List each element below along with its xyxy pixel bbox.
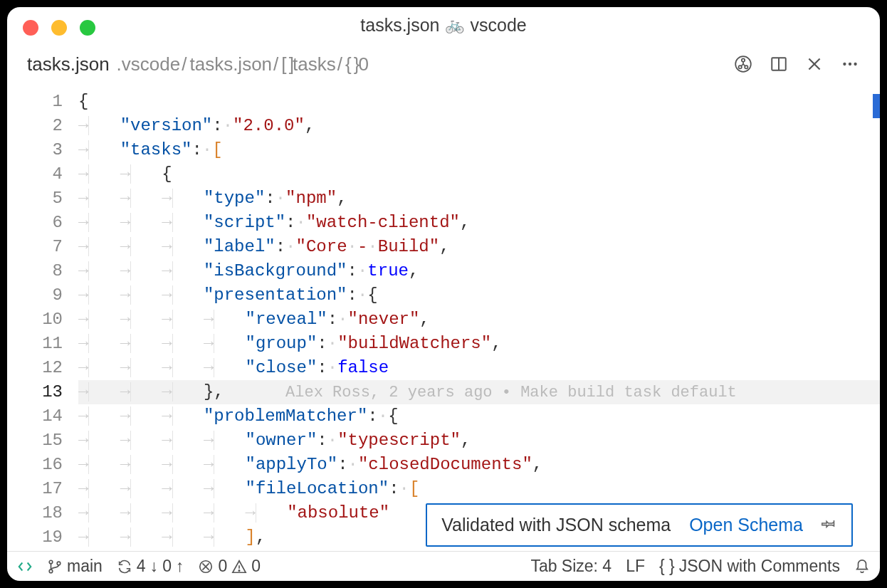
code-line[interactable]: → → → "label":·"Core·-·Build", [78, 235, 880, 259]
code-content[interactable]: {→ "version":·"2.0.0",→ "tasks":·[→ → {→… [78, 85, 880, 551]
app-window: tasks.json 🚲vscode tasks.json .vscode ta… [7, 7, 880, 581]
code-line[interactable]: → → → "isBackground":·true, [78, 259, 880, 283]
hover-text: Validated with JSON schema [441, 515, 671, 535]
code-line[interactable]: → → → "problemMatcher":·{ [78, 404, 880, 429]
code-line[interactable]: → → → → "close":·false [78, 356, 880, 380]
window-title: tasks.json 🚲vscode [360, 15, 526, 36]
pin-icon[interactable] [822, 515, 837, 535]
traffic-lights [23, 20, 95, 36]
breadcrumb-segment[interactable]: .vscode [117, 53, 189, 75]
code-line[interactable]: → → → "script":·"watch-clientd", [78, 211, 880, 235]
more-actions-icon[interactable] [840, 54, 860, 74]
eol-button[interactable]: LF [626, 557, 645, 576]
code-line[interactable]: → → → }, Alex Ross, 2 years ago • Make b… [78, 380, 880, 404]
line-number: 17 [7, 477, 63, 501]
remote-button[interactable] [17, 559, 33, 574]
title-emoji: 🚲 [445, 16, 464, 34]
close-tab-icon[interactable] [804, 54, 824, 74]
title-project: vscode [470, 15, 526, 36]
up-arrow-icon: ↑ [176, 557, 184, 576]
code-line[interactable]: → → → → "fileLocation":·[ [78, 477, 880, 501]
code-line[interactable]: → → → → "owner":·"typescript", [78, 429, 880, 453]
code-line[interactable]: → → → "type":·"npm", [78, 187, 880, 211]
line-number: 9 [7, 283, 63, 308]
line-number: 1 [7, 90, 63, 114]
line-number: 13 [7, 380, 63, 404]
language-name: JSON with Comments [679, 557, 840, 576]
tab-filename[interactable]: tasks.json [27, 53, 110, 75]
line-number: 12 [7, 356, 63, 380]
line-number: 5 [7, 187, 63, 211]
line-number: 14 [7, 404, 63, 429]
problems-button[interactable]: 0 0 [198, 557, 261, 576]
minimize-window-button[interactable] [51, 20, 67, 36]
code-line[interactable]: → → → "presentation":·{ [78, 283, 880, 308]
sync-up: 0 [162, 557, 172, 576]
line-number: 6 [7, 211, 63, 235]
fullscreen-window-button[interactable] [80, 20, 95, 36]
svg-point-11 [49, 560, 53, 564]
braces-icon: { } [659, 557, 675, 576]
branch-name: main [67, 557, 103, 576]
line-number: 3 [7, 138, 63, 162]
line-number-gutter: 12345678910111213141516171819 [7, 85, 78, 551]
svg-point-12 [49, 569, 53, 573]
split-editor-icon[interactable] [769, 54, 789, 74]
svg-point-8 [843, 63, 846, 65]
git-branch-button[interactable]: main [47, 557, 103, 576]
object-icon: { } [345, 53, 359, 75]
sync-down: 4 [137, 557, 146, 576]
svg-point-13 [57, 562, 61, 565]
title-filename: tasks.json [360, 15, 439, 36]
language-mode-button[interactable]: { } JSON with Comments [659, 557, 840, 576]
breadcrumb-segment[interactable]: [ ][ ]taskstasks [281, 53, 344, 75]
status-bar: main 4↓ 0↑ 0 0 Tab Size: 4 LF { } JSON w… [7, 551, 880, 581]
code-line[interactable]: → "version":·"2.0.0", [78, 114, 880, 138]
code-line[interactable]: → "tasks":·[ [78, 138, 880, 162]
breadcrumb-segment[interactable]: tasks.json [189, 53, 280, 75]
svg-point-9 [849, 63, 851, 65]
line-number: 10 [7, 308, 63, 332]
error-count: 0 [218, 557, 227, 576]
editor-tab-bar: tasks.json .vscode tasks.json [ ][ ]task… [7, 43, 880, 85]
code-line[interactable]: → → → → "group":·"buildWatchers", [78, 332, 880, 356]
hover-tooltip: Validated with JSON schema Open Schema [426, 503, 853, 547]
line-number: 8 [7, 259, 63, 283]
editor-area[interactable]: 12345678910111213141516171819 {→ "versio… [7, 85, 880, 551]
array-icon: [ ] [281, 53, 293, 75]
close-window-button[interactable] [23, 20, 38, 36]
down-arrow-icon: ↓ [150, 557, 159, 576]
svg-point-10 [854, 63, 856, 65]
code-line[interactable]: → → { [78, 162, 880, 187]
line-number: 4 [7, 162, 63, 187]
tab-actions [733, 54, 860, 74]
code-line[interactable]: → → → → "applyTo":·"closedDocuments", [78, 453, 880, 477]
line-number: 11 [7, 332, 63, 356]
git-blame-annotation: Alex Ross, 2 years ago • Make build task… [285, 384, 737, 401]
open-schema-link[interactable]: Open Schema [689, 515, 803, 535]
line-number: 18 [7, 501, 63, 525]
notifications-button[interactable] [854, 559, 870, 574]
warning-count: 0 [251, 557, 261, 576]
source-control-icon[interactable] [733, 54, 753, 74]
line-number: 16 [7, 453, 63, 477]
code-line[interactable]: { [78, 90, 880, 114]
svg-point-18 [239, 569, 240, 570]
svg-point-1 [742, 58, 745, 61]
code-line[interactable]: → → → → "reveal":·"never", [78, 308, 880, 332]
line-number: 7 [7, 235, 63, 259]
line-number: 19 [7, 525, 63, 550]
breadcrumb[interactable]: .vscode tasks.json [ ][ ]taskstasks { }{… [117, 53, 372, 75]
breadcrumb-segment[interactable]: { }{ }00 [345, 53, 372, 75]
line-number: 15 [7, 429, 63, 453]
tab-size-button[interactable]: Tab Size: 4 [530, 557, 612, 576]
sync-button[interactable]: 4↓ 0↑ [117, 557, 184, 576]
titlebar: tasks.json 🚲vscode [7, 7, 880, 43]
line-number: 2 [7, 114, 63, 138]
